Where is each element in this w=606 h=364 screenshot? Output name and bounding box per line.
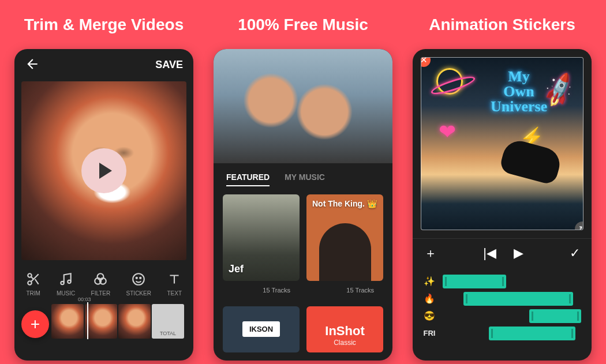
album-sub: Classic [334,339,356,347]
fri-label: FRI [422,329,437,337]
panel-free-music: 100% Free Music FEATURED MY MUSIC Jef 15… [211,16,395,361]
phone-trim: SAVE TRIM MUSIC FILTER STICKER [14,49,193,361]
tool-strip: TRIM MUSIC FILTER STICKER TEXT [14,260,193,301]
clip[interactable] [529,309,581,323]
add-clip-button[interactable]: + [21,310,49,338]
save-button[interactable]: SAVE [155,59,183,71]
tool-label: TRIM [26,290,40,297]
album-name: Jef [229,263,244,275]
playhead[interactable] [87,302,88,339]
text-icon [167,272,182,287]
track-row[interactable]: 😎 [422,309,582,323]
album-card[interactable]: Jef [223,194,300,281]
svg-point-2 [61,281,63,284]
filter-icon [93,272,108,287]
play-button[interactable] [81,148,126,193]
phone-stickers: ✕ ↻ My Own Universe 🚀 ❤ ⚡ ＋ |◀ ▶ ✓ ✨ [413,49,592,361]
back-arrow-icon[interactable] [25,57,40,74]
svg-point-0 [28,273,32,277]
svg-point-3 [68,280,70,283]
phone-music: FEATURED MY MUSIC Jef 15 Tracks Not The … [214,49,392,361]
track-thumb-icon: ✨ [422,276,437,287]
album-name: IKSON [242,321,280,337]
svg-point-9 [140,277,141,278]
svg-point-7 [133,273,145,285]
panel-animation-stickers: Animation Stickers ✕ ↻ My Own Universe 🚀… [410,16,594,361]
sticker-tracks: ✨ 🔥 😎 FRI [413,268,592,350]
playhead-time: 00:03 [78,297,91,302]
timeline-total: TOTAL [152,304,184,339]
clip[interactable] [489,327,575,340]
confirm-icon[interactable]: ✓ [570,246,580,261]
clip[interactable] [443,275,506,288]
fire-icon: 🔥 [422,293,437,304]
timeline-controls: ＋ |◀ ▶ ✓ [413,238,592,268]
panel-title: Trim & Merge Videos [24,16,184,34]
panel-title: Animation Stickers [429,16,575,34]
sticker-canvas[interactable]: ✕ ↻ My Own Universe 🚀 ❤ ⚡ [421,57,583,230]
svg-point-1 [28,281,32,285]
panel-title: 100% Free Music [238,16,368,34]
neon-text-sticker[interactable]: My Own Universe [491,69,547,114]
close-icon[interactable]: ✕ [421,57,431,67]
prev-frame-icon[interactable]: |◀ [483,246,496,261]
tool-label: MUSIC [57,290,75,297]
scissors-icon [26,272,41,287]
album-card[interactable]: IKSON [223,306,300,352]
tool-trim[interactable]: TRIM [26,272,41,297]
clip[interactable] [463,292,573,306]
tab-featured[interactable]: FEATURED [226,172,270,186]
svg-point-8 [136,277,137,278]
album-tracks: 15 Tracks [306,283,383,299]
album-card[interactable]: InShot Classic [306,306,383,352]
timeline-thumb[interactable] [85,304,117,339]
album-card[interactable]: Not The King. 👑 [306,194,383,281]
tool-text[interactable]: TEXT [167,272,182,297]
album-grid: Jef 15 Tracks Not The King. 👑 15 Tracks … [214,192,392,355]
heart-sticker-icon[interactable]: ❤ [439,120,456,144]
album-tracks: 15 Tracks [223,283,300,299]
music-hero-image [214,49,392,163]
cool-emoji-icon: 😎 [422,310,437,321]
rotate-handle-icon[interactable]: ↻ [575,222,583,230]
add-sticker-button[interactable]: ＋ [424,245,437,262]
tool-label: TEXT [167,290,182,297]
tool-sticker[interactable]: STICKER [126,272,151,297]
panel-trim-merge: Trim & Merge Videos SAVE TRIM MUSIC FILT… [12,16,196,361]
album-name: InShot [325,324,364,339]
album-name: Not The King. 👑 [312,199,377,208]
tool-filter[interactable]: FILTER [91,272,111,297]
timeline-thumb[interactable] [51,304,84,339]
planet-sticker-icon[interactable] [436,68,463,95]
track-row[interactable]: FRI [422,327,582,340]
video-preview[interactable] [21,81,186,260]
track-row[interactable]: ✨ [422,275,582,288]
play-icon[interactable]: ▶ [514,246,523,261]
tool-label: FILTER [91,290,111,297]
music-tabs: FEATURED MY MUSIC [214,163,392,192]
tab-my-music[interactable]: MY MUSIC [285,172,325,186]
track-row[interactable]: 🔥 [422,292,582,306]
timeline[interactable]: + 00:03 TOTAL [14,301,193,342]
music-note-icon [58,272,73,287]
person-silhouette [499,137,563,186]
tool-music[interactable]: MUSIC [57,272,75,297]
smiley-icon [131,272,146,287]
timeline-thumb[interactable] [118,304,151,339]
album-art-silhouette [319,223,371,281]
tool-label: STICKER [126,290,151,297]
topbar: SAVE [14,49,193,81]
